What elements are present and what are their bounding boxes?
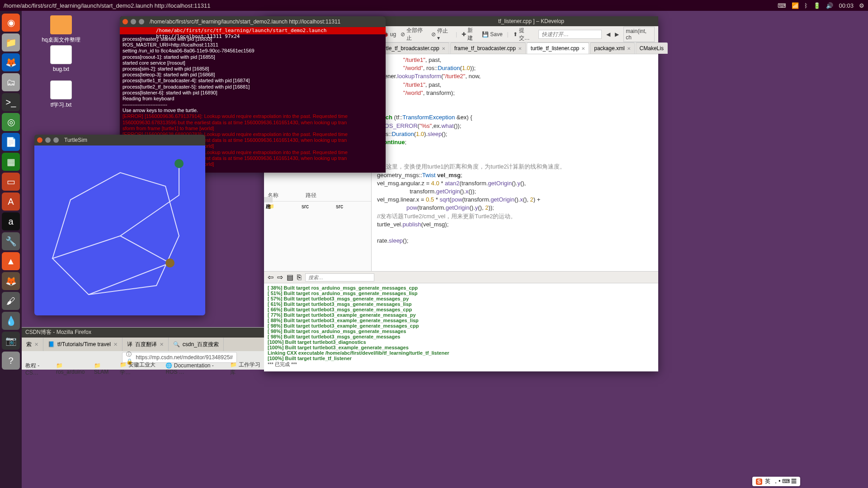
browser-tab[interactable]: 📘 tf/Tutorials/Time travel✕ (43, 338, 123, 351)
desktop-file-bug[interactable]: bug.txt (41, 45, 81, 72)
close-icon[interactable]: ✕ (581, 46, 585, 51)
gear-icon[interactable]: ⚙ (859, 2, 864, 9)
turtlesim-canvas[interactable] (34, 145, 205, 315)
bookmark-item[interactable]: 📁 安徽工业大学… (120, 361, 159, 376)
build-output[interactable]: [ 38%] Built target ros_arduino_msgs_gen… (264, 283, 658, 371)
window-title: /home/abc/first/src/tf_learning/launch/s… (4, 2, 778, 9)
top-menubar: /home/abc/first/src/tf_learning/launch/s… (0, 0, 868, 11)
turtle-path (34, 145, 205, 315)
tab-listener[interactable]: turtle_tf_listener.cpp✕ (527, 42, 589, 54)
files-icon[interactable]: 📁 (2, 33, 20, 52)
bookmark-item[interactable]: 教程 - CS… (25, 362, 50, 376)
stop-button[interactable]: ⊘ 停止 ▾ (431, 27, 451, 41)
keyboard-icon[interactable]: ⌨ (778, 2, 786, 9)
terminal-tab[interactable]: /home/abc/first/src/tf_learning/launch/s… (120, 27, 386, 34)
search-bar: ⇦ ⇨ ▤ ⎘ (264, 271, 658, 283)
new-button[interactable]: ✚ 新建 (462, 27, 477, 42)
folder-icon (50, 15, 72, 34)
minimize-icon[interactable] (45, 137, 51, 143)
tab-package[interactable]: package.xml✕ (590, 42, 634, 54)
ime-icon: ，• ⌨ ☰ (773, 478, 797, 485)
stopall-button[interactable]: ⊘ 全部停止 (401, 27, 427, 42)
commit-button[interactable]: ⬆ 提交… (513, 27, 534, 42)
close-icon[interactable] (123, 19, 128, 24)
nav-fwd-icon[interactable]: ⇨ (277, 273, 283, 282)
dash-icon[interactable]: ◉ (2, 14, 20, 32)
save-button[interactable]: 💾 Save (482, 31, 502, 38)
battery-icon[interactable]: 🔋 (813, 2, 821, 9)
screenshot-icon[interactable]: 📷 (2, 332, 20, 350)
nav-fwd-icon[interactable]: ▶ (615, 31, 619, 38)
turtle1-icon (165, 258, 175, 267)
calc-icon[interactable]: ▦ (2, 153, 20, 171)
maximize-icon[interactable] (139, 19, 144, 24)
firefox-titlebar[interactable]: CSDN博客 - Mozilla Firefox (22, 328, 264, 338)
desktop-label: bug.txt (41, 66, 81, 72)
color-icon[interactable]: 💧 (2, 312, 20, 330)
browser-tab[interactable]: 译 百度翻译✕ (123, 338, 169, 351)
tab-broadcaster[interactable]: urtle_tf_broadcaster.cpp✕ (377, 42, 449, 54)
close-icon[interactable]: ✕ (160, 342, 164, 347)
code-editor[interactable]: "/turtle1", past, "/world", ros::Duratio… (372, 54, 658, 271)
tab-frame-broadcaster[interactable]: frame_tf_broadcaster.cpp✕ (450, 42, 526, 54)
firefox-icon[interactable]: 🦊 (2, 53, 20, 71)
turtle2-icon (175, 159, 184, 168)
nav-back-icon[interactable]: ⇦ (268, 273, 274, 282)
brush-icon[interactable]: 🖌 (2, 292, 20, 310)
settings-icon[interactable]: 🔧 (2, 232, 20, 250)
nautilus-icon[interactable]: 🗂 (2, 73, 20, 91)
amazon-icon[interactable]: a (2, 212, 20, 230)
desktop-label: hq桌面文件整理 (41, 36, 81, 44)
app-icon[interactable]: ◎ (2, 113, 20, 131)
select-icon[interactable]: ▤ (287, 273, 293, 282)
bookmark-item[interactable]: 📁 ros_arduino (56, 362, 88, 375)
vlc-icon[interactable]: ▲ (2, 252, 20, 270)
system-tray[interactable]: ⌨ 📶 ᛒ 🔋 🔊 00:03 ⚙ (778, 2, 864, 9)
search-input[interactable] (305, 273, 374, 282)
ime-indicator[interactable]: S 英 ，• ⌨ ☰ (752, 477, 800, 486)
gimp-icon[interactable]: 🦊 (2, 272, 20, 290)
close-icon[interactable]: ✕ (518, 46, 522, 51)
writer-icon[interactable]: 📄 (2, 133, 20, 151)
close-icon[interactable]: ✕ (442, 46, 445, 51)
bookmark-item[interactable]: 📁 SLAM (94, 362, 114, 375)
outline-combo[interactable]: main(int, ch (623, 27, 655, 42)
unity-launcher: ◉ 📁 🦊 🗂 >_ ◎ 📄 ▦ ▭ A a 🔧 ▲ 🦊 🖌 💧 📷 ? (0, 11, 22, 488)
bookmark-item[interactable]: 🌐 Documentation - ROS … (165, 362, 224, 375)
browser-tab[interactable]: 索✕ (22, 338, 43, 351)
bluetooth-icon[interactable]: ᛒ (804, 2, 808, 9)
build-handle[interactable]: 构建 (264, 197, 273, 202)
wifi-icon[interactable]: 📶 (792, 2, 799, 9)
close-icon[interactable]: ✕ (113, 342, 118, 347)
text-file-icon (50, 80, 72, 99)
nav-back-icon[interactable]: ◀ (606, 31, 610, 38)
impress-icon[interactable]: ▭ (2, 173, 20, 191)
copy-icon[interactable]: ⎘ (297, 273, 302, 282)
firefox-window: CSDN博客 - Mozilla Firefox 索✕ 📘 tf/Tutoria… (22, 327, 264, 370)
close-icon[interactable]: ✕ (627, 46, 631, 51)
close-icon[interactable] (37, 137, 42, 143)
bookmark-item[interactable]: 📁 工作学习库 (230, 361, 260, 376)
project-row[interactable]: 📁 srcsrc (264, 202, 371, 211)
turtlesim-window: TurtleSim (34, 135, 205, 315)
clock[interactable]: 00:03 (839, 2, 854, 9)
terminal-icon[interactable]: >_ (2, 93, 20, 111)
turtlesim-titlebar[interactable]: TurtleSim (34, 135, 205, 145)
browser-tab[interactable]: 🔍 csdn_百度搜索 (169, 338, 224, 351)
minimize-icon[interactable] (131, 19, 136, 24)
close-icon[interactable]: ✕ (34, 342, 38, 347)
terminal-titlebar[interactable]: /home/abc/first/src/tf_learning/launch/s… (120, 16, 386, 27)
bookmarks-bar: 教程 - CS… 📁 ros_arduino 📁 SLAM 📁 安徽工业大学… … (22, 364, 264, 374)
help-icon[interactable]: ? (2, 352, 20, 370)
tab-cmake[interactable]: CMakeLis (636, 42, 668, 54)
maximize-icon[interactable] (53, 137, 59, 143)
software-icon[interactable]: A (2, 192, 20, 211)
desktop-folder[interactable]: hq桌面文件整理 (41, 15, 81, 44)
desktop-label: tf学习.txt (41, 101, 81, 109)
firefox-tabs: 索✕ 📘 tf/Tutorials/Time travel✕ 译 百度翻译✕ 🔍… (22, 338, 264, 351)
text-file-icon (50, 45, 72, 64)
sound-icon[interactable]: 🔊 (826, 2, 833, 9)
desktop-file-tf[interactable]: tf学习.txt (41, 80, 81, 109)
quickopen-input[interactable] (538, 30, 602, 39)
